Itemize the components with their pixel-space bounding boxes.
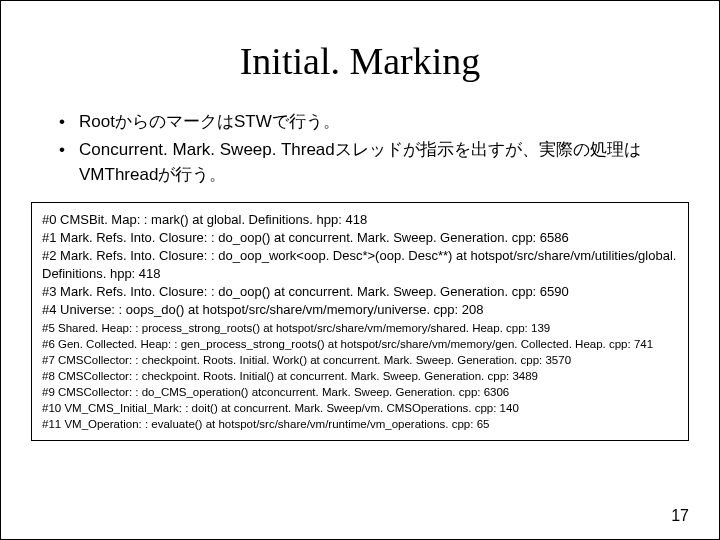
trace-line: #8 CMSCollector: : checkpoint. Roots. In… [42,368,678,384]
trace-line: #10 VM_CMS_Initial_Mark: : doit() at con… [42,400,678,416]
trace-line: #0 CMSBit. Map: : mark() at global. Defi… [42,211,678,229]
slide: Initial. Marking RootからのマークはSTWで行う。Concu… [0,0,720,540]
trace-line: #11 VM_Operation: : evaluate() at hotspo… [42,416,678,432]
stack-trace-box: #0 CMSBit. Map: : mark() at global. Defi… [31,202,689,442]
page-number: 17 [671,507,689,525]
trace-line: #5 Shared. Heap: : process_strong_roots(… [42,320,678,336]
trace-line: #1 Mark. Refs. Into. Closure: : do_oop()… [42,229,678,247]
bullet-item: RootからのマークはSTWで行う。 [59,109,689,135]
bullet-list: RootからのマークはSTWで行う。Concurrent. Mark. Swee… [59,109,689,188]
trace-line: #4 Universe: : oops_do() at hotspot/src/… [42,301,678,319]
trace-line: #2 Mark. Refs. Into. Closure: : do_oop_w… [42,247,678,283]
trace-line: #3 Mark. Refs. Into. Closure: : do_oop()… [42,283,678,301]
trace-line: #7 CMSCollector: : checkpoint. Roots. In… [42,352,678,368]
trace-line: #9 CMSCollector: : do_CMS_operation() at… [42,384,678,400]
slide-title: Initial. Marking [31,39,689,83]
bullet-item: Concurrent. Mark. Sweep. Threadスレッドが指示を出… [59,137,689,188]
trace-line: #6 Gen. Collected. Heap: : gen_process_s… [42,336,678,352]
